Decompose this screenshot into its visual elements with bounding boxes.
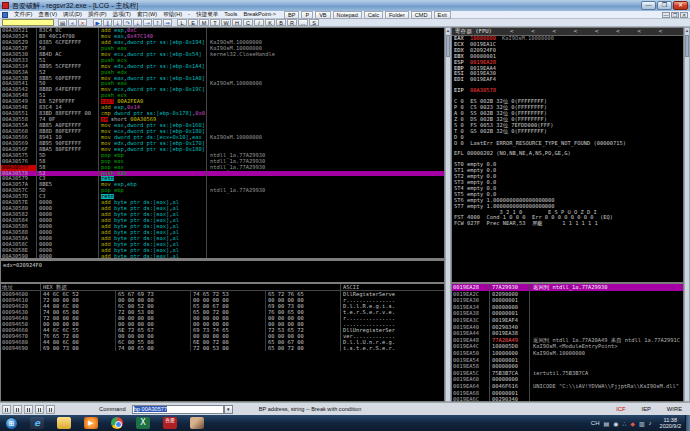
window-button-T[interactable]: T	[210, 19, 220, 26]
maximize-button[interactable]: ❐	[657, 1, 672, 10]
stack-pane[interactable]: 0019EA2877A29930返回到 ntdll_1a.77A29930001…	[451, 283, 684, 402]
close-process-icon[interactable]: ×	[78, 19, 87, 26]
system-tray[interactable]: CH ▤◉∴◆▥♪ 11:38 2020/9/2	[591, 415, 690, 431]
window-button-S[interactable]: S	[309, 19, 319, 26]
run-icon[interactable]: ▶	[93, 19, 102, 26]
title-bar[interactable]: 吾爱破解 - regsvr32.exe - [LCG - 主线程] — ❐ ✕	[0, 0, 690, 11]
language-indicator[interactable]: CH	[591, 420, 600, 426]
tray-icon-2[interactable]: ◉	[613, 420, 618, 427]
window-button-trace[interactable]: ...	[298, 19, 308, 26]
quick-button-1[interactable]	[2, 405, 11, 414]
stack-row[interactable]: 0019EA3C0019EAF4	[452, 317, 683, 324]
mdi-close-button[interactable]: ✕	[680, 12, 688, 18]
stack-row[interactable]: 0019EA440019EA38	[452, 330, 683, 337]
stack-row[interactable]: 0019EA4000290340	[452, 324, 683, 331]
menu-item-1[interactable]: 文件(F)	[11, 11, 35, 19]
window-button-L[interactable]: L	[177, 19, 187, 26]
quick-button-2[interactable]	[13, 405, 22, 414]
tray-icon-6[interactable]: ♪	[649, 420, 652, 427]
menu-button-cmd[interactable]: CMD	[411, 11, 432, 19]
chrome-icon[interactable]	[111, 417, 123, 429]
menu-button-p[interactable]: P	[301, 11, 313, 19]
stack-row[interactable]: 0019EA5010000000KaI9OsM.10000000	[452, 350, 683, 357]
open-file-icon[interactable]: ▤	[58, 19, 67, 26]
window-button-E[interactable]: E	[188, 19, 198, 26]
stack-row[interactable]: 0019EA3400000000	[452, 304, 683, 311]
restart-icon[interactable]: «	[68, 19, 77, 26]
stack-row[interactable]: 0019EA2877A29930返回到 ntdll_1a.77A29930	[452, 284, 683, 291]
dump-row[interactable]: 0009469069 00 73 0074 00 65 0072 00 53 0…	[1, 345, 444, 351]
command-dropdown-button[interactable]: ▼	[224, 405, 233, 414]
tray-icon-3[interactable]: ∴	[622, 420, 626, 427]
window-button-W[interactable]: W	[221, 19, 231, 26]
address-input[interactable]	[2, 19, 54, 26]
start-button[interactable]: ⊞	[5, 417, 18, 430]
tray-icon-1[interactable]: ▤	[604, 420, 610, 427]
right-scrollbar[interactable]: ▲	[684, 27, 690, 402]
show-desktop-button[interactable]	[685, 415, 690, 431]
mdi-minimize-button[interactable]: —	[662, 12, 670, 18]
stack-row[interactable]: 0019EA640046F616UNICODE "C:\\iAV!YDVWA\\…	[452, 383, 683, 390]
disasm-scrollbar[interactable]: ▲	[445, 27, 451, 402]
stack-row[interactable]: 0019EA5C75B3B7CAiertutil.75B3B7CA	[452, 370, 683, 377]
internet-explorer-icon[interactable]: e	[30, 417, 44, 429]
window-button-H[interactable]: H	[232, 19, 242, 26]
goto-icon[interactable]: ⇒	[163, 19, 172, 26]
execute-till-return-icon[interactable]: ↑	[153, 19, 162, 26]
pause-icon[interactable]: ‖	[103, 19, 112, 26]
menu-item-10[interactable]: Tools	[221, 11, 240, 19]
media-player-icon[interactable]: ▶	[84, 417, 98, 429]
windows-explorer-icon[interactable]	[57, 417, 71, 429]
stack-row[interactable]: 0019EA3800000001	[452, 310, 683, 317]
trace-into-icon[interactable]: ⇣	[133, 19, 142, 26]
taskbar-clock[interactable]: 11:38 2020/9/2	[660, 417, 681, 430]
window-button-M[interactable]: M	[199, 19, 209, 26]
tray-icon-5[interactable]: ▥	[639, 420, 645, 427]
tray-icon-4[interactable]: ◆	[630, 420, 635, 427]
menu-button-calc[interactable]: Calc	[364, 11, 383, 19]
photo-viewer-icon[interactable]	[190, 417, 204, 429]
window-button-R[interactable]: R	[287, 19, 297, 26]
quick-button-3[interactable]	[24, 405, 33, 414]
register-collapse-marks[interactable]: <<<<<<<<	[492, 29, 680, 35]
menu-button-notepad[interactable]: Notepad	[333, 11, 362, 19]
stack-row[interactable]: 0019EA2C02090000	[452, 291, 683, 298]
step-over-icon[interactable]: ↷	[123, 19, 132, 26]
dump-pane[interactable]: 地址 HEX 数据 ASCII 0009460044 6C 6C 5265 67…	[0, 283, 445, 402]
excel-icon[interactable]: X	[136, 417, 150, 429]
menu-item-8[interactable]: -	[185, 11, 193, 19]
window-button-C[interactable]: C	[243, 19, 253, 26]
stack-row[interactable]: 0019EA6000000000	[452, 376, 683, 383]
disassembly-pane[interactable]: 00A3052183C4 0Cadd esp,0xC00A30524B8 40C…	[0, 27, 445, 259]
quick-button-4[interactable]	[35, 405, 44, 414]
stack-row[interactable]: 0019EA4C100005D0KaI9OsM.<ModuleEntryPoin…	[452, 343, 683, 350]
stack-row[interactable]: 0019EA4877A20A49返回到 ntdll_1a.77A20A49 来自…	[452, 337, 683, 344]
stack-row[interactable]: 0019EA3000000001	[452, 297, 683, 304]
stack-row[interactable]: 0019EA5400000001	[452, 357, 683, 364]
menu-item-7[interactable]: 帮助(H)	[160, 11, 185, 19]
52pojie-icon[interactable]: 吾爱	[163, 417, 177, 429]
menu-item-5[interactable]: 选项(T)	[110, 11, 134, 19]
window-button-K[interactable]: K	[265, 19, 275, 26]
window-button-patch[interactable]: /	[254, 19, 264, 26]
registers-pane[interactable]: 寄存器 (FPU) <<<<<<<< EAX10000000KaI9OsM.10…	[451, 27, 684, 283]
menu-item-2[interactable]: 查看(V)	[35, 11, 60, 19]
menu-item-9[interactable]: 快捷菜单	[193, 11, 221, 19]
menu-button-folder[interactable]: Folder	[385, 11, 409, 19]
command-input[interactable]: bp 00A30577	[132, 405, 224, 414]
stack-row[interactable]: 0019EA5800000000	[452, 363, 683, 370]
window-button-B[interactable]: B	[276, 19, 286, 26]
menu-item-3[interactable]: 调试(D)	[60, 11, 85, 19]
menu-button-vb[interactable]: VB	[315, 11, 330, 19]
quick-button-5[interactable]	[46, 405, 55, 414]
step-into-icon[interactable]: ↓	[113, 19, 122, 26]
close-button[interactable]: ✕	[673, 1, 688, 10]
menu-button-bp[interactable]: BP	[284, 11, 299, 19]
menu-item-4[interactable]: 插件(P)	[85, 11, 110, 19]
minimize-button[interactable]: —	[641, 1, 656, 10]
menu-item-6[interactable]: 窗口(W)	[134, 11, 160, 19]
menu-item-11[interactable]: BreakPoint->	[240, 11, 279, 19]
stack-row[interactable]: 0019EA6800000001	[452, 390, 683, 397]
trace-over-icon[interactable]: ⇢	[143, 19, 152, 26]
menu-button-exit[interactable]: Exit	[434, 11, 451, 19]
